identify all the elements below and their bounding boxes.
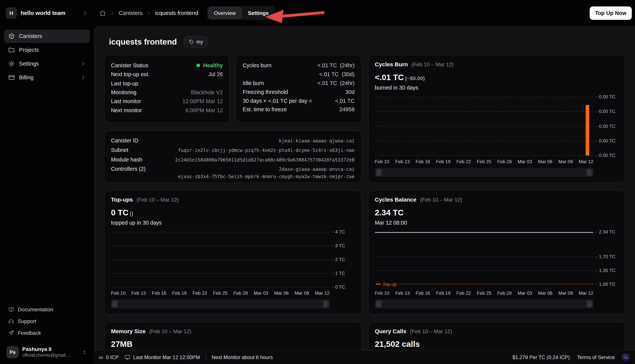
kebab-menu-icon[interactable]: ⋮: [375, 300, 382, 308]
chevron-updown-icon: [82, 10, 88, 16]
chart-scrollbar[interactable]: ⋮ ⋮: [375, 300, 593, 308]
row-label: Est. time to freeze: [243, 106, 287, 112]
card-row: Module hash2c24b5e1584890a7965011d5d1d82…: [111, 155, 355, 165]
kebab-menu-icon[interactable]: ⋮: [586, 169, 592, 176]
card-title-text: Memory Size: [111, 328, 146, 334]
card-row: Subnetfuqsr-in2lc-zbcjj-ydmcw-pzq7h-4xm2…: [111, 146, 355, 155]
tab-settings[interactable]: Settings: [242, 7, 274, 19]
chevron-right-icon: [81, 61, 86, 66]
sidebar-item-projects[interactable]: Projects: [4, 43, 90, 57]
top-up-now-button[interactable]: Top Up Now: [590, 6, 632, 20]
card-row: Next monitor6:00PM Mar 12: [111, 106, 223, 115]
chart-scrollbar[interactable]: ⋮ ⋮: [375, 168, 593, 177]
kebab-menu-icon[interactable]: ⋮: [112, 300, 118, 308]
card-title-text: Cycles Burn: [375, 61, 408, 68]
x-tick-label: Feb 16: [416, 159, 430, 164]
gridline: [111, 260, 329, 260]
tc-rate: $1.279 Per TC (0.24 ICP): [512, 354, 570, 360]
row-label: Freezing threshold: [243, 89, 288, 95]
cycles-balance-chart-card: Cycles Balance (Feb 10 – Mar 12) 2.34 TC…: [368, 190, 625, 314]
sidebar-item-billing[interactable]: Billing: [4, 71, 90, 84]
row-value: 6:00PM Mar 12: [185, 107, 223, 113]
x-tick-label: Feb 28: [233, 291, 248, 296]
x-tick-label: Feb 16: [416, 291, 430, 296]
y-tick-label: 0.00 TC: [595, 138, 615, 143]
chart-x-axis: Feb 10Feb 13Feb 16Feb 19Feb 22Feb 25Feb …: [111, 291, 329, 296]
sidebar-item-settings[interactable]: Settings: [4, 57, 90, 70]
y-tick-label: 2 TC: [331, 257, 345, 262]
breadcrumb-canisters[interactable]: Canisters: [119, 10, 143, 16]
icp-balance-value: 0 ICP: [106, 354, 119, 360]
cycles-burn-chart-card: Cycles Burn (Feb 10 – Mar 12) <.01 TC(~$…: [368, 55, 625, 183]
row-value: Jul 26: [208, 72, 223, 78]
gridline: [375, 97, 593, 97]
sidebar-footer: Documentation Support Feedback Pa Pashun…: [4, 304, 90, 360]
divider: [206, 354, 206, 360]
icp-logo-icon[interactable]: ∞: [622, 353, 630, 361]
x-tick-label: Feb 28: [497, 159, 512, 164]
card-row: <.01 TC (30d): [243, 70, 355, 79]
app-root: H hello world team Canisters icquests fr…: [0, 0, 635, 364]
row-label: Last top-up: [111, 81, 138, 87]
status-bar-right: $1.279 Per TC (0.24 ICP) Terms of Servic…: [512, 353, 630, 361]
sidebar-item-documentation[interactable]: Documentation: [4, 304, 90, 315]
home-icon[interactable]: [99, 10, 106, 16]
x-tick-label: Mar 12: [579, 159, 593, 164]
tag-pill-my[interactable]: my: [183, 36, 208, 48]
x-tick-label: Feb 10: [375, 291, 389, 296]
card-title: Cycles Balance (Feb 10 – Mar 12): [375, 196, 618, 203]
kebab-menu-icon[interactable]: ⋮: [323, 300, 329, 308]
cards-grid: Canister StatusHealthyNext top-up est.Ju…: [104, 55, 625, 350]
row-value: 2c24b5e1584890a7965011d5d1d827aca68c489c…: [175, 156, 355, 164]
user-account-selector[interactable]: Pa Pashunya II official.chorniy@gmail...…: [4, 342, 90, 360]
card-title: Query Calls (Feb 10 – Mar 12): [375, 328, 618, 334]
gridline: [375, 257, 593, 257]
y-tick-label: 2.34 TC: [595, 230, 615, 234]
chart-scrollbar[interactable]: ⋮ ⋮: [111, 300, 329, 308]
tab-overview[interactable]: Overview: [208, 7, 241, 19]
chart-x-axis: Feb 10Feb 13Feb 16Feb 19Feb 22Feb 25Feb …: [375, 159, 593, 164]
card-row: Last top-up: [111, 79, 223, 88]
sidebar-item-feedback[interactable]: Feedback: [4, 327, 90, 339]
x-tick-label: Feb 19: [172, 291, 187, 296]
gridline: [111, 287, 329, 287]
chart-y-axis: 0.00 TC0.00 TC0.00 TC0.00 TC0.00 TC: [593, 97, 618, 156]
x-tick-label: Feb 22: [193, 291, 207, 296]
topbar: H hello world team Canisters icquests fr…: [0, 0, 635, 26]
kebab-menu-icon[interactable]: ⋮: [375, 169, 382, 176]
card-row: Cycles burn<.01 TC (24hr): [243, 61, 355, 70]
x-tick-label: Mar 03: [254, 291, 268, 296]
card-date-range: (Feb 10 – Mar 12): [411, 62, 454, 68]
card-date-range: (Feb 10 – Mar 12): [420, 197, 462, 203]
chevron-right-icon: [147, 11, 151, 15]
y-tick-label: 3 TC: [331, 243, 345, 248]
chart-plot: [111, 232, 329, 287]
x-tick-label: Feb 13: [131, 291, 146, 296]
metric-value: 27MB: [111, 340, 355, 348]
card-date-range: (Feb 10 – Mar 12): [137, 197, 179, 203]
icp-balance: ∞ 0 ICP: [99, 354, 119, 360]
row-label: Monitoring: [111, 90, 137, 96]
sidebar-item-canisters[interactable]: Canisters: [4, 30, 90, 43]
terms-of-service-link[interactable]: Terms of Service: [577, 354, 614, 360]
row-label: Canister ID: [111, 138, 138, 144]
cycles-burn-chart: 0.00 TC0.00 TC0.00 TC0.00 TC0.00 TC Feb …: [375, 97, 618, 177]
metric-subtitle: topped up in 30 days: [111, 220, 355, 226]
y-tick-label: 0.00 TC: [595, 109, 615, 114]
gridline: [375, 270, 593, 271]
x-tick-label: Mar 12: [579, 291, 593, 296]
kebab-menu-icon[interactable]: ⋮: [586, 300, 592, 308]
y-tick-label: 0.00 TC: [595, 124, 615, 129]
row-value: 2daxo-giaaa-aaaap-anvca-caiejxus-zb3x4-7…: [178, 166, 355, 180]
team-selector[interactable]: H hello world team: [6, 7, 88, 19]
x-tick-label: Feb 22: [456, 291, 471, 296]
tag-icon: [189, 39, 194, 44]
x-tick-label: Feb 28: [497, 291, 512, 296]
chart-y-axis: 2.34 TC1.70 TC1.35 TC1.00 TC: [593, 232, 618, 287]
x-tick-label: Feb 13: [395, 159, 410, 164]
sidebar-item-label: Support: [18, 318, 36, 324]
sidebar-item-support[interactable]: Support: [4, 315, 90, 327]
last-monitor-text: Last Monitor Mar 12 12:00PM: [133, 354, 200, 360]
card-row: 30 days × <.01 TC per day =<.01 TC: [243, 96, 355, 105]
sidebar-item-label: Projects: [19, 47, 39, 53]
